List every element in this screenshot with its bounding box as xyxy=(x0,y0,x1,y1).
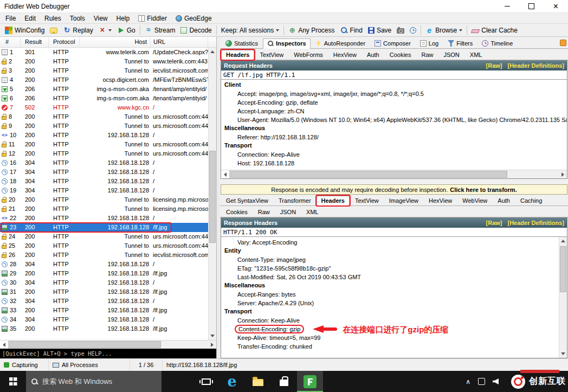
header-item[interactable]: Server: Apache/2.4.29 (Unix) xyxy=(221,299,559,307)
notice-transform-link[interactable]: Click here to transform. xyxy=(450,187,517,193)
tab-auth[interactable]: Auth xyxy=(493,196,515,205)
session-row-24[interactable]: 24200HTTPTunnel tours.microsoft.com:44 xyxy=(0,232,216,241)
toolbar-camera-button[interactable] xyxy=(394,25,407,35)
scroll-left-button[interactable] xyxy=(0,340,9,349)
session-row-34[interactable]: 34304HTTP192.168.18.128/ xyxy=(0,315,216,324)
scroll-up-button[interactable] xyxy=(559,237,567,245)
taskbar-search-input[interactable]: 搜索 Web 和 Windows xyxy=(26,371,162,392)
tray-app-icon[interactable] xyxy=(478,378,485,385)
request-line[interactable]: GET /lf.jpg HTTP/1.1 xyxy=(221,70,567,80)
tab-auth[interactable]: Auth xyxy=(362,50,384,60)
tab-xml[interactable]: XML xyxy=(465,50,487,60)
session-row-23[interactable]: 23200HTTP192.168.18.128/lf.jpg xyxy=(0,223,216,232)
toolbar-keep-all-sessions-button[interactable]: Keep: All sessions xyxy=(218,25,282,35)
menu-item-tools[interactable]: Tools xyxy=(66,14,89,23)
scroll-right-button[interactable] xyxy=(208,340,216,349)
capturing-indicator[interactable]: Capturing xyxy=(0,359,49,371)
response-encoding-notice[interactable]: Response is encoded and may require deco… xyxy=(221,184,567,195)
tab-inspectors[interactable]: Inspectors xyxy=(263,38,311,49)
header-item[interactable]: Accept: image/png, image/svg+xml, image/… xyxy=(221,89,567,98)
fiddler-taskbar-button[interactable] xyxy=(297,371,323,392)
tab-imageview[interactable]: ImageView xyxy=(384,196,423,205)
tab-textview[interactable]: TextView xyxy=(350,196,384,205)
session-row-3[interactable]: 3200HTTPTunnel toiecvlist.microsoft.com: xyxy=(0,66,216,75)
tab-xml[interactable]: XML xyxy=(301,207,324,217)
tab-transformer[interactable]: Transformer xyxy=(274,196,316,205)
session-row-26[interactable]: 26200HTTPTunnel toiecvlist.microsoft.com… xyxy=(0,250,216,260)
scroll-down-button[interactable] xyxy=(209,332,216,340)
quickexec-input[interactable]: [QuickExec] ALT+Q > type HELP... xyxy=(0,349,216,358)
session-row-10[interactable]: 10200HTTP192.168.18.128/ xyxy=(0,131,216,140)
response-vertical-scrollbar[interactable] xyxy=(559,237,567,358)
tab-raw[interactable]: Raw xyxy=(416,50,438,60)
menu-item-fiddler[interactable]: Fiddler xyxy=(134,14,171,23)
menu-item-file[interactable]: File xyxy=(1,14,20,23)
header-item[interactable]: Transfer-Encoding: chunked xyxy=(221,342,559,351)
tab-caching[interactable]: Caching xyxy=(515,196,547,205)
toolbar-stream-button[interactable]: Stream xyxy=(142,25,178,35)
session-vertical-scrollbar[interactable] xyxy=(208,48,216,340)
volume-icon[interactable] xyxy=(493,378,499,384)
toolbar-find-button[interactable]: Find xyxy=(338,25,365,35)
session-row-17[interactable]: 17304HTTP192.168.18.128/ xyxy=(0,168,216,177)
menu-item-edit[interactable]: Edit xyxy=(20,14,40,23)
header-item[interactable]: Connection: Keep-Alive xyxy=(221,150,567,159)
toolbar-browse-button[interactable]: Browse xyxy=(423,25,465,35)
request-horizontal-scrollbar[interactable] xyxy=(221,170,567,178)
session-row-30[interactable]: 30304HTTP192.168.18.128/ xyxy=(0,278,216,287)
menu-item-geoedge[interactable]: GeoEdge xyxy=(171,14,216,23)
column-header-host[interactable]: Host xyxy=(80,37,151,47)
scroll-left-button[interactable] xyxy=(221,170,230,178)
toolbar-balloon-button[interactable] xyxy=(47,26,60,35)
explorer-button[interactable] xyxy=(245,371,271,392)
edge-button[interactable] xyxy=(219,371,245,392)
header-item[interactable]: Connection: Keep-Alive xyxy=(221,316,559,325)
session-row-35[interactable]: 35200HTTP192.168.18.128/lf.jpg xyxy=(0,324,216,333)
scroll-up-button[interactable] xyxy=(209,48,216,56)
session-horizontal-scrollbar[interactable] xyxy=(0,340,216,349)
header-item[interactable]: Accept-Ranges: bytes xyxy=(221,290,559,299)
process-filter[interactable]: All Processes xyxy=(49,359,130,371)
close-button[interactable] xyxy=(544,0,568,12)
tab-get-syntaxview[interactable]: Get SyntaxView xyxy=(221,196,273,205)
panel-link-raw[interactable]: [Raw] xyxy=(486,62,502,69)
panel-link-header-definitions[interactable]: [Header Definitions] xyxy=(507,220,564,226)
scroll-thumb[interactable] xyxy=(9,341,161,348)
tab-hexview[interactable]: HexView xyxy=(424,196,457,205)
column-header-url[interactable]: URL xyxy=(151,37,208,47)
header-item[interactable]: Referer: http://192.168.18.128/ xyxy=(221,133,567,142)
session-row-8[interactable]: 8200HTTPTunnel tours.microsoft.com:44 xyxy=(0,112,216,121)
header-item[interactable]: Host: 192.168.18.128 xyxy=(221,159,567,168)
header-item[interactable]: Content-Encoding: gzip在连接端口进行了gzip的压缩 xyxy=(221,325,559,333)
header-item[interactable]: Vary: Accept-Encoding xyxy=(221,238,559,247)
scroll-thumb[interactable] xyxy=(209,151,216,243)
column-header-result[interactable]: Result xyxy=(21,37,49,47)
menu-item-help[interactable]: Help xyxy=(112,14,134,23)
tab-headers[interactable]: Headers xyxy=(221,50,254,60)
session-row-32[interactable]: 32304HTTP192.168.18.128/ xyxy=(0,297,216,306)
session-row-11[interactable]: 11200HTTPTunnel tours.microsoft.com:44 xyxy=(0,140,216,149)
tab-webforms[interactable]: WebForms xyxy=(289,50,328,60)
toolbar-any-process-button[interactable]: Any Process xyxy=(286,25,337,35)
toolbar-winconfig-button[interactable]: WinConfig xyxy=(2,25,47,35)
menu-item-rules[interactable]: Rules xyxy=(40,14,66,23)
header-item[interactable]: Accept-Language: zh-CN xyxy=(221,107,567,115)
header-item[interactable]: Last-Modified: Sat, 26 Oct 2019 00:43:53… xyxy=(221,273,559,281)
session-row-33[interactable]: 33200HTTP192.168.18.128/lf.jpg xyxy=(0,306,216,315)
tab-composer[interactable]: Composer xyxy=(370,38,415,48)
scroll-thumb[interactable] xyxy=(560,246,566,292)
session-row-12[interactable]: 12200HTTPTunnel tours.microsoft.com:44 xyxy=(0,149,216,158)
header-item[interactable]: Content-Type: image/jpeg xyxy=(221,255,559,264)
session-row-1[interactable]: 1301HTTPwww.telerik.com/UpdateCheck.aspx… xyxy=(0,48,216,57)
panel-link-raw[interactable]: [Raw] xyxy=(486,220,502,226)
session-row-7[interactable]: 7502HTTPwww.kgc.cn/ xyxy=(0,103,216,112)
session-row-18[interactable]: 18304HTTP192.168.18.128/ xyxy=(0,177,216,186)
header-item[interactable]: User-Agent: Mozilla/5.0 (Windows NT 10.0… xyxy=(221,115,567,124)
header-item[interactable]: ETag: "1231e-595c58f98b18c-gzip" xyxy=(221,264,559,273)
toolbar-replay-button[interactable]: Replay xyxy=(60,25,95,35)
tab-timeline[interactable]: Timeline xyxy=(477,38,517,48)
start-button[interactable] xyxy=(0,371,26,392)
session-row-9[interactable]: 9200HTTPTunnel tours.microsoft.com:44 xyxy=(0,121,216,131)
session-row-4[interactable]: 4200HTTPocsp.digicert.com/MFEwTzBNMEswST… xyxy=(0,75,216,85)
panel-link-header-definitions[interactable]: [Header Definitions] xyxy=(507,62,564,69)
